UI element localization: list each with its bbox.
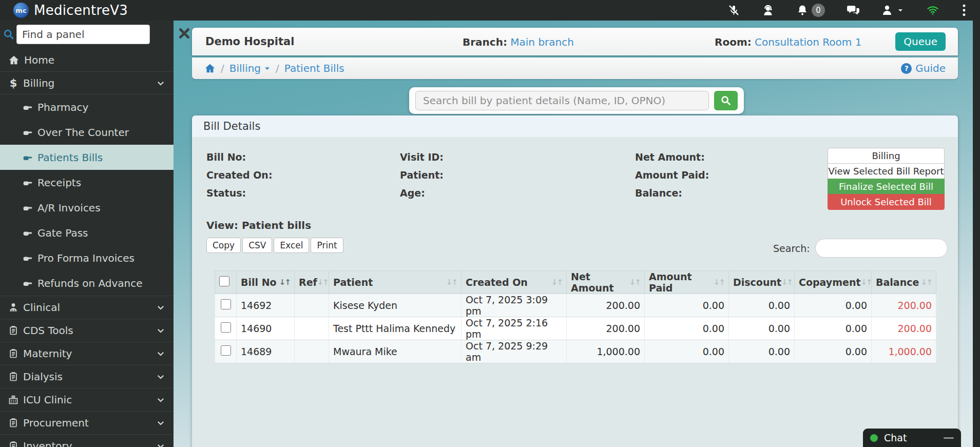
- sidebar-item-patients-bills[interactable]: Patients Bills: [0, 145, 174, 170]
- col-amount-paid[interactable]: Amount Paid↓↑: [645, 271, 729, 294]
- sidebar-item-maternity[interactable]: Maternity: [0, 342, 174, 365]
- sidebar-item-pharmacy[interactable]: Pharmacy: [0, 94, 174, 120]
- sort-icon: ↓↑: [781, 278, 792, 287]
- breadcrumb-patient-bills[interactable]: Patient Bills: [284, 62, 344, 74]
- hospital-icon: [8, 395, 18, 405]
- table-row[interactable]: 14689 Mwaura Mike Oct 7, 2025 9:29 am 1,…: [215, 340, 936, 363]
- chevron-down-icon: [897, 7, 904, 14]
- close-panel-icon[interactable]: [178, 27, 191, 42]
- col-balance[interactable]: Balance↓↑: [872, 271, 936, 294]
- sort-icon: ↓↑: [551, 278, 562, 287]
- copy-button[interactable]: Copy: [206, 238, 241, 253]
- account-menu-icon[interactable]: [881, 4, 904, 16]
- sidebar-item-refunds-on-advance[interactable]: Refunds on Advance: [0, 270, 174, 296]
- microphone-muted-icon[interactable]: [727, 4, 740, 16]
- table-search-input[interactable]: [815, 239, 948, 258]
- guide-link[interactable]: ? Guide: [901, 62, 946, 74]
- hand-pointer-icon: [23, 102, 33, 112]
- col-discount[interactable]: Discount↓↑: [729, 271, 795, 294]
- sidebar-item-inventory[interactable]: Inventory: [0, 434, 174, 447]
- csv-button[interactable]: CSV: [242, 238, 272, 253]
- kebab-menu-icon[interactable]: [962, 4, 967, 17]
- clipboard-icon: [8, 348, 18, 359]
- chevron-down-icon: [156, 326, 165, 335]
- row-checkbox[interactable]: [221, 299, 231, 309]
- col-ref[interactable]: Ref↓↑: [295, 271, 329, 294]
- branch-info: Branch: Main branch: [463, 36, 574, 48]
- hand-pointer-icon: [23, 152, 33, 163]
- sidebar-item-over-the-counter[interactable]: Over The Counter: [0, 120, 174, 145]
- main-content: Demo Hospital Branch: Main branch Room: …: [174, 21, 980, 447]
- home-icon: [8, 54, 20, 66]
- col-created-on[interactable]: Created On↓↑: [462, 271, 567, 294]
- finalize-selected-bill-button[interactable]: Finalize Selected Bill: [828, 179, 945, 195]
- field-status: Status:: [206, 187, 246, 199]
- app-logo: mc: [13, 3, 29, 18]
- sidebar-item-gate-pass[interactable]: Gate Pass: [0, 220, 174, 245]
- bill-search-input[interactable]: [415, 91, 709, 110]
- sort-icon: ↓↑: [279, 278, 290, 287]
- chat-label: Chat: [884, 432, 907, 443]
- table-search-label: Search:: [773, 243, 810, 254]
- page-scrollbar[interactable]: [973, 21, 980, 447]
- panel-title: Bill Details: [192, 115, 958, 137]
- patient-bills-table: Bill No↓↑ Ref↓↑ Patient↓↑ Created On↓↑ N…: [215, 270, 936, 363]
- panel-search-input[interactable]: [16, 25, 150, 44]
- caret-down-icon: [264, 65, 271, 72]
- room-info: Room: Consultation Room 1: [715, 36, 861, 48]
- breadcrumb-billing[interactable]: Billing: [229, 62, 271, 74]
- messages-icon[interactable]: [847, 4, 860, 17]
- network-wifi-icon[interactable]: [926, 4, 940, 16]
- print-button[interactable]: Print: [311, 238, 343, 253]
- col-copayment[interactable]: Copayment↓↑: [795, 271, 872, 294]
- chevron-down-icon: [156, 303, 165, 312]
- minimize-icon[interactable]: [944, 437, 954, 439]
- table-row[interactable]: 14690 Test Pttt Halima Kennedy Oct 7, 20…: [215, 317, 936, 340]
- table-row[interactable]: 14692 Kisese Kyden Oct 7, 2025 3:09 pm 2…: [215, 294, 936, 317]
- hospital-name: Demo Hospital: [205, 35, 294, 48]
- sidebar-item-home[interactable]: Home: [0, 48, 174, 71]
- hand-pointer-icon: [23, 253, 33, 263]
- notifications-bell-icon[interactable]: 0: [796, 4, 825, 17]
- branch-link[interactable]: Main branch: [510, 36, 574, 48]
- billing-button[interactable]: Billing: [828, 148, 945, 164]
- breadcrumb-home[interactable]: [204, 63, 216, 74]
- hand-pointer-icon: [23, 178, 33, 188]
- col-net-amount[interactable]: Net Amount↓↑: [567, 271, 645, 294]
- bill-search-bar: [409, 87, 744, 114]
- export-buttons: Copy CSV Excel Print: [206, 238, 343, 253]
- sidebar-item-pro-forma-invoices[interactable]: Pro Forma Invoices: [0, 245, 174, 270]
- support-headset-icon[interactable]: [761, 4, 775, 17]
- excel-button[interactable]: Excel: [274, 238, 309, 253]
- row-checkbox[interactable]: [221, 322, 231, 333]
- clipboard-icon: [8, 441, 18, 447]
- field-visit-id: Visit ID:: [400, 151, 444, 163]
- chevron-down-icon: [156, 418, 165, 427]
- col-bill-no[interactable]: Bill No↓↑: [237, 271, 295, 294]
- unlock-selected-bill-button[interactable]: Unlock Selected Bill: [828, 194, 945, 210]
- select-all-checkbox[interactable]: [219, 276, 229, 286]
- sidebar-item-ar-invoices[interactable]: A/R Invoices: [0, 195, 174, 220]
- sidebar-item-icu-clinic[interactable]: ICU Clinic: [0, 388, 174, 411]
- context-header: Demo Hospital Branch: Main branch Room: …: [192, 28, 958, 55]
- top-navbar: mc MedicentreV3 0: [0, 0, 980, 21]
- sidebar-item-receipts[interactable]: Receipts: [0, 170, 174, 195]
- search-icon: [720, 95, 732, 106]
- hand-pointer-icon: [23, 127, 33, 138]
- queue-button[interactable]: Queue: [895, 32, 946, 51]
- bill-search-button[interactable]: [714, 91, 738, 110]
- sidebar-item-procurement[interactable]: Procurement: [0, 411, 174, 434]
- sidebar-item-billing[interactable]: $ Billing: [0, 71, 174, 94]
- room-link[interactable]: Consultation Room 1: [755, 36, 861, 48]
- sidebar-item-clinical[interactable]: Clinical: [0, 296, 174, 319]
- sidebar: Home $ Billing Pharmacy Over The Counter…: [0, 21, 174, 447]
- home-icon: [204, 63, 216, 74]
- chat-widget[interactable]: Chat: [863, 429, 961, 447]
- view-selected-bill-report-button[interactable]: View Selected Bill Report: [828, 163, 945, 179]
- sidebar-item-dialysis[interactable]: Dialysis: [0, 365, 174, 388]
- row-checkbox[interactable]: [221, 345, 231, 356]
- field-net-amount: Net Amount:: [635, 151, 705, 163]
- col-patient[interactable]: Patient↓↑: [329, 271, 462, 294]
- notification-count-badge: 0: [812, 4, 825, 17]
- sidebar-item-cds-tools[interactable]: CDS Tools: [0, 319, 174, 342]
